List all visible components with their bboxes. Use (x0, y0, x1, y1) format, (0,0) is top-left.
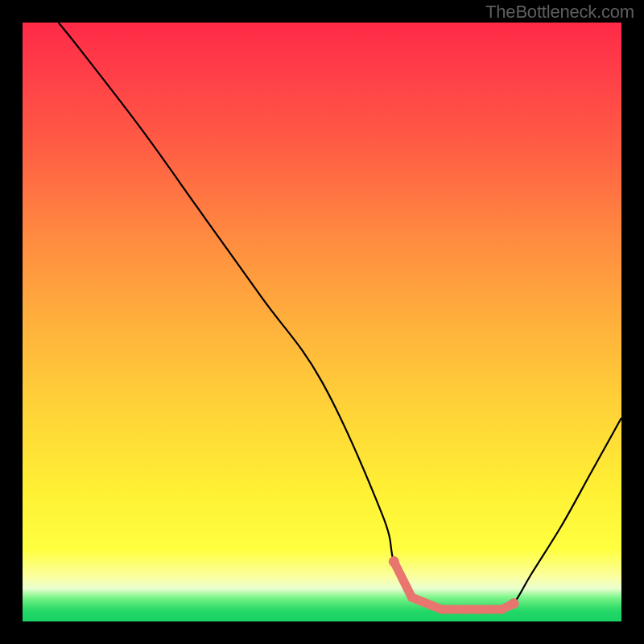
optimal-marker (461, 605, 470, 614)
plot-area (23, 23, 621, 621)
optimal-marker (437, 605, 446, 614)
optimal-band (394, 562, 514, 610)
watermark-text: TheBottleneck.com (485, 2, 634, 23)
optimal-marker (497, 605, 506, 614)
optimal-marker (449, 605, 458, 614)
curve-line (59, 23, 621, 610)
optimal-markers (389, 556, 519, 614)
chart-frame: TheBottleneck.com (0, 0, 644, 644)
bottleneck-curve (23, 23, 621, 621)
optimal-marker (407, 593, 416, 602)
optimal-marker (389, 556, 399, 567)
optimal-marker (473, 605, 482, 614)
optimal-marker (509, 598, 519, 609)
optimal-marker (425, 601, 434, 609)
optimal-marker (485, 605, 494, 614)
